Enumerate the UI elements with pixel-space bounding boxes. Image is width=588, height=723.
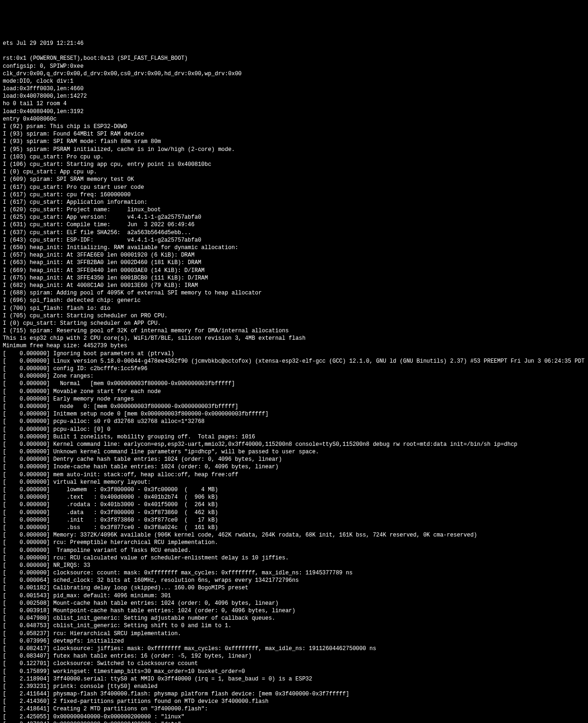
terminal-line: I (715) spiram: Reserving pool of 32K of… <box>3 327 585 335</box>
terminal-line: I (103) cpu_start: Pro cpu up. <box>3 153 585 161</box>
terminal-line: I (617) cpu_start: Pro cpu start user co… <box>3 184 585 191</box>
terminal-line: I (92) psram: This chip is ESP32-D0WD <box>3 123 585 130</box>
terminal-line: I (688) spiram: Adding pool of 4095K of … <box>3 289 585 297</box>
terminal-line: [ 0.001182] Calibrating delay loop (skip… <box>3 584 585 592</box>
terminal-line: [ 0.082417] clocksource: jiffies: mask: … <box>3 645 585 652</box>
terminal-line: [ 0.000000] Inode-cache hash table entri… <box>3 463 585 471</box>
terminal-line: [ 0.000000] Zone ranges: <box>3 372 585 380</box>
terminal-line: [ 0.000000] .text : 0x400d0000 - 0x401b2… <box>3 494 585 501</box>
terminal-line: [ 0.000000] Early memory node ranges <box>3 395 585 403</box>
terminal-line: [ 0.000000] .bss : 0x3f877ce0 - 0x3f8a02… <box>3 524 585 531</box>
terminal-line: [ 2.393231] printk: console [ttyS0] enab… <box>3 683 585 690</box>
terminal-line: rst:0x1 (POWERON_RESET),boot:0x13 (SPI_F… <box>3 55 585 62</box>
terminal-line: [ 0.000000] rcu: RCU calculated value of… <box>3 554 585 562</box>
terminal-line: I (669) heap_init: At 3FFE0440 len 00003… <box>3 267 585 274</box>
terminal-line: I (643) cpu_start: ESP-IDF: v4.4.1-1-g2a… <box>3 236 585 244</box>
terminal-line: I (696) spi_flash: detected chip: generi… <box>3 297 585 304</box>
terminal-line: [ 0.000000] Linux version 5.18.0-00044-g… <box>3 358 585 365</box>
terminal-line: ho 0 tail 12 room 4 <box>3 100 585 107</box>
terminal-line: [ 0.000000] Built 1 zonelists, mobility … <box>3 433 585 441</box>
terminal-line: I (95) spiram: PSRAM initialized, cache … <box>3 146 585 153</box>
terminal-line: [ 0.000000] Normal [mem 0x000000003f8000… <box>3 380 585 387</box>
terminal-line: [ 2.414360] 2 fixed-partitions partition… <box>3 698 585 705</box>
terminal-line: I (617) cpu_start: Application informati… <box>3 199 585 206</box>
terminal-line: load:0x3fff0030,len:4660 <box>3 85 585 93</box>
terminal-line: [ 0.047980] cblist_init_generic: Setting… <box>3 615 585 622</box>
terminal-line: [ 0.000000] Kernel command line: earlyco… <box>3 441 585 448</box>
terminal-line: [ 0.122701] clocksource: Switched to clo… <box>3 660 585 667</box>
terminal-line: I (700) spi_flash: flash io: dio <box>3 305 585 312</box>
terminal-line: I (650) heap_init: Initializing. RAM ava… <box>3 244 585 251</box>
terminal-line: [ 0.000000] .init : 0x3f873860 - 0x3f877… <box>3 516 585 524</box>
terminal-line: [ 0.000000] .data : 0x3f800000 - 0x3f873… <box>3 509 585 516</box>
terminal-line: [ 0.002508] Mount-cache hash table entri… <box>3 600 585 607</box>
terminal-line: mode:DIO, clock div:1 <box>3 78 585 85</box>
terminal-line: I (682) heap_init: At 4008C1A0 len 00013… <box>3 282 585 289</box>
terminal-line: [ 0.000000] pcpu-alloc: s0 r0 d32768 u32… <box>3 418 585 425</box>
terminal-line: [ 0.000000] NR_IRQS: 33 <box>3 562 585 569</box>
terminal-line: I (620) cpu_start: Project name: linux_b… <box>3 206 585 214</box>
terminal-line: [ 0.001543] pid_max: default: 4096 minim… <box>3 592 585 600</box>
terminal-line: I (625) cpu_start: App version: v4.4.1-1… <box>3 214 585 221</box>
terminal-line: [ 0.000000] pcpu-alloc: [0] 0 <box>3 426 585 433</box>
terminal-line: load:0x40080400,len:3192 <box>3 108 585 115</box>
terminal-line: [ 0.000000] Dentry cache hash table entr… <box>3 456 585 463</box>
terminal-line: [ 0.000000] .rodata : 0x401b3000 - 0x401… <box>3 501 585 508</box>
terminal-line: This is esp32 chip with 2 CPU core(s), W… <box>3 335 585 342</box>
terminal-line: [ 0.000000] Trampoline variant of Tasks … <box>3 547 585 554</box>
terminal-line: [ 0.058237] rcu: Hierarchical SRCU imple… <box>3 630 585 637</box>
terminal-line: [ 0.000000] config ID: c2bcfffe:1cc5fe96 <box>3 365 585 372</box>
terminal-line: entry 0x4008060c <box>3 115 585 123</box>
terminal-line: [ 2.425055] 0x000000040000-0x00000020000… <box>3 713 585 721</box>
terminal-line: I (106) cpu_start: Starting app cpu, ent… <box>3 161 585 168</box>
terminal-line: Minimum free heap size: 4452739 bytes <box>3 342 585 350</box>
terminal-line: [ 0.000000] virtual kernel memory layout… <box>3 479 585 486</box>
terminal-line: [ 0.073996] devtmpfs: initialized <box>3 637 585 645</box>
terminal-line: [ 0.003918] Mountpoint-cache hash table … <box>3 607 585 615</box>
terminal-line: I (93) spiram: Found 64MBit SPI RAM devi… <box>3 130 585 138</box>
terminal-line: [ 0.048753] cblist_init_generic: Setting… <box>3 622 585 630</box>
terminal-line: [ 0.000000] Memory: 3372K/4096K availabl… <box>3 531 585 539</box>
terminal-line: I (93) spiram: SPI RAM mode: flash 80m s… <box>3 138 585 145</box>
terminal-line: clk_drv:0x00,q_drv:0x00,d_drv:0x00,cs0_d… <box>3 70 585 78</box>
terminal-line: configsip: 0, SPIWP:0xee <box>3 63 585 70</box>
terminal-line: I (0) cpu_start: Starting scheduler on A… <box>3 320 585 327</box>
terminal-line: I (609) spiram: SPI SRAM memory test OK <box>3 176 585 183</box>
terminal-line: load:0x40078000,len:14272 <box>3 93 585 100</box>
terminal-line: I (675) heap_init: At 3FFE4350 len 0001B… <box>3 274 585 282</box>
terminal-line: [ 0.000000] node 0: [mem 0x000000003f800… <box>3 403 585 410</box>
terminal-line: I (637) cpu_start: ELF file SHA256: a2a5… <box>3 229 585 236</box>
terminal-line: [ 0.000000] Unknown kernel command line … <box>3 448 585 456</box>
terminal-line: [ 0.000000] rcu: Preemptible hierarchica… <box>3 539 585 546</box>
terminal-line: [ 0.000000] Initmem setup node 0 [mem 0x… <box>3 410 585 418</box>
terminal-line: I (631) cpu_start: Compile time: Jun 3 2… <box>3 221 585 229</box>
terminal-line: I (705) cpu_start: Starting scheduler on… <box>3 312 585 320</box>
terminal-line: I (0) cpu_start: App cpu up. <box>3 168 585 176</box>
terminal-line: [ 0.000000] Ignoring boot parameters at … <box>3 350 585 358</box>
terminal-line: I (617) cpu_start: cpu freq: 160000000 <box>3 191 585 199</box>
terminal-line: [ 0.000000] mem auto-init: stack:off, he… <box>3 471 585 479</box>
terminal-line: [ 0.083407] futex hash table entries: 16… <box>3 652 585 660</box>
terminal-line: [ 0.000000] clocksource: ccount: mask: 0… <box>3 569 585 577</box>
terminal-line: ets Jul 29 2019 12:21:46 <box>3 40 585 47</box>
terminal-line: I (657) heap_init: At 3FFAE6E0 len 00001… <box>3 251 585 259</box>
terminal-line: [ 0.000000] Movable zone start for each … <box>3 388 585 395</box>
terminal-line <box>3 47 585 55</box>
terminal-line: [ 0.000000] lowmem : 0x3f800000 - 0x3fc0… <box>3 486 585 494</box>
terminal-line: [ 2.437834] 0x000000200000-0x00000040000… <box>3 721 585 723</box>
terminal-line: [ 2.418641] Creating 2 MTD partitions on… <box>3 705 585 713</box>
terminal-line: [ 2.118904] 3ff40000.serial: ttyS0 at MM… <box>3 675 585 683</box>
terminal-output: ets Jul 29 2019 12:21:46 rst:0x1 (POWERO… <box>0 38 588 723</box>
terminal-line: I (663) heap_init: At 3FFB2BA0 len 0002D… <box>3 259 585 266</box>
terminal-line: [ 0.000064] sched_clock: 32 bits at 160M… <box>3 577 585 584</box>
terminal-line: [ 0.175899] workingset: timestamp_bits=3… <box>3 668 585 675</box>
terminal-line: [ 2.411644] physmap-flash 3f400000.flash… <box>3 690 585 698</box>
